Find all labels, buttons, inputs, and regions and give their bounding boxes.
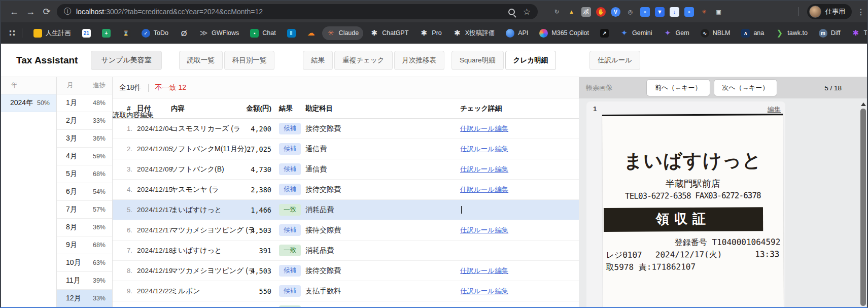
- download-doc-icon[interactable]: ↓: [670, 7, 679, 17]
- bookmark-api[interactable]: API: [501, 26, 533, 40]
- bookmark-calendar-21[interactable]: 21: [78, 26, 95, 40]
- month-label: 11月: [57, 276, 81, 285]
- scan-content-edit-link[interactable]: 読取内容編集: [113, 111, 579, 307]
- puzzle-extension-icon[interactable]: ▫: [640, 7, 650, 17]
- bookmark-hourglass[interactable]: ⌛: [117, 26, 135, 40]
- month-row-2[interactable]: 2月33%: [57, 112, 112, 130]
- bookmark-label: Tactiq: [863, 29, 867, 37]
- bookmark-todo-icon: ✓: [142, 29, 150, 38]
- bookmark-tawkto[interactable]: ❯tawk.to: [771, 26, 812, 40]
- month-row-5[interactable]: 5月68%: [57, 165, 112, 183]
- month-row-6[interactable]: 6月54%: [57, 183, 112, 201]
- bookmark-sheets[interactable]: +: [97, 26, 115, 40]
- year-label: 2024年: [1, 98, 33, 108]
- bookmark-chat[interactable]: ▪Chat: [246, 26, 280, 40]
- content-area: 年 2024年 50% 月 進捗 1月48%2月33%3月36%4月59%5月6…: [1, 77, 867, 307]
- bookmarks-list: 人生計画21+⌛✓ToDoØ≫GWFlows▪Chat‖☁✳Claude✱Cha…: [29, 26, 867, 40]
- panel-title: 帳票画像: [586, 83, 612, 92]
- month-progress: 68%: [93, 242, 112, 249]
- tab-duplicate-check[interactable]: 重複チェック: [334, 51, 392, 70]
- bookmark-compass[interactable]: Ø: [175, 26, 193, 40]
- address-bar[interactable]: ⓘ localhost :3002/?tab=creditcard&ccYear…: [57, 4, 538, 19]
- drive-icon[interactable]: ▲: [567, 7, 576, 17]
- bookmark-sheets-icon: +: [102, 29, 111, 38]
- next-image-button[interactable]: 次へ（→キー）: [714, 80, 777, 96]
- download-box-icon[interactable]: ▼: [655, 7, 665, 17]
- bookmark-pro[interactable]: ✱Pro: [415, 26, 446, 40]
- year-row-2024[interactable]: 2024年 50%: [1, 94, 56, 112]
- bookmark-trello[interactable]: ‖: [283, 26, 300, 40]
- bookmark-m365-copilot[interactable]: M365 Copilot: [535, 26, 594, 40]
- sync-disabled-icon[interactable]: ↻: [552, 7, 562, 17]
- tab-bar: 読取一覧科目別一覧結果重複チェック月次推移表Square明細クレカ明細仕訳ルール: [179, 51, 640, 70]
- tab-scan-list[interactable]: 読取一覧: [179, 51, 223, 70]
- menu-kebab-icon[interactable]: ⋮: [857, 7, 865, 17]
- tab-creditcard-statement[interactable]: クレカ明細: [505, 51, 556, 70]
- bookmark-label: Gem: [676, 29, 689, 37]
- bookmark-todo[interactable]: ✓ToDo: [137, 26, 173, 40]
- blocker-hand-icon[interactable]: ✋: [596, 7, 606, 17]
- bookmark-m365-copilot-icon: [539, 29, 548, 38]
- v-extension-icon[interactable]: V: [611, 7, 620, 17]
- tab-monthly-trend[interactable]: 月次推移表: [394, 51, 445, 70]
- bookmark-gemini[interactable]: ✦Gemini: [615, 26, 657, 40]
- apps-grid-icon[interactable]: ∷: [9, 28, 15, 39]
- month-row-8[interactable]: 8月36%: [57, 219, 112, 236]
- bookmark-cloud[interactable]: ☁: [302, 26, 320, 40]
- month-row-12[interactable]: 12月33%: [57, 290, 112, 307]
- site-info-icon[interactable]: ⓘ: [64, 7, 71, 16]
- bookmark-gwflows[interactable]: ≫GWFlows: [195, 26, 244, 40]
- bookmark-tactiq[interactable]: ✱Tactiq: [847, 26, 867, 40]
- forward-icon[interactable]: →: [22, 7, 39, 17]
- bookmark-ana[interactable]: ʌana: [737, 26, 769, 40]
- month-row-3[interactable]: 3月36%: [57, 130, 112, 148]
- month-row-1[interactable]: 1月48%: [57, 94, 112, 112]
- zoom-icon[interactable]: [508, 9, 515, 15]
- bookmark-diff[interactable]: mDiff: [814, 26, 845, 40]
- bookmark-chatgpt[interactable]: ✱ChatGPT: [365, 26, 413, 40]
- profile-chip[interactable]: 仕事用: [807, 4, 852, 19]
- starburst-extension-icon[interactable]: ✳: [699, 7, 709, 17]
- bookmark-gem[interactable]: ✦Gem: [659, 26, 694, 40]
- tab-square-statement[interactable]: Square明細: [452, 51, 504, 70]
- bookmark-label: X投稿評価: [465, 29, 495, 38]
- po-extension-icon[interactable]: ポ: [581, 7, 591, 17]
- url-path: :3002/?tab=creditcard&ccYear=2024&ccMont…: [104, 8, 263, 16]
- month-row-4[interactable]: 4月59%: [57, 148, 112, 165]
- bookmark-jinsei-keikaku[interactable]: 人生計画: [29, 26, 76, 40]
- tab-category-list[interactable]: 科目別一覧: [224, 51, 275, 70]
- tab-results[interactable]: 結果: [303, 51, 333, 70]
- browser-window: ← → ⟳ ⓘ localhost :3002/?tab=creditcard&…: [0, 0, 868, 308]
- month-progress: 59%: [93, 153, 112, 160]
- reload-icon[interactable]: ⟳: [39, 6, 55, 17]
- prev-image-button[interactable]: 前へ（←キー）: [647, 80, 710, 96]
- month-row-9[interactable]: 9月68%: [57, 236, 112, 254]
- scrollbar-up-arrow-icon[interactable]: [861, 100, 866, 106]
- month-row-10[interactable]: 10月63%: [57, 254, 112, 272]
- bookmark-external-box[interactable]: ↗: [596, 26, 613, 40]
- month-label: 6月: [57, 187, 77, 196]
- tab-journal-rules[interactable]: 仕訳ルール: [589, 51, 640, 70]
- scrollbar-thumb[interactable]: [860, 109, 866, 306]
- year-progress: 50%: [37, 99, 56, 107]
- panel-scrollbar[interactable]: [860, 100, 866, 306]
- bookmark-claude-icon: ✳: [327, 29, 335, 38]
- puzzle2-extension-icon[interactable]: ▫: [684, 7, 694, 17]
- month-row-11[interactable]: 11月39%: [57, 272, 112, 290]
- client-select-button[interactable]: サンプル美容室: [91, 51, 161, 70]
- extensions-icon[interactable]: ▣: [714, 7, 723, 17]
- edit-link[interactable]: 編集: [768, 105, 781, 114]
- bookmark-star-icon[interactable]: ☆: [523, 7, 531, 17]
- receipt-tel-fax: TEL03-6272-6358 FAX03-6272-6378: [603, 190, 783, 201]
- bookmark-nblm[interactable]: ∿NBLM: [696, 26, 735, 40]
- atom-extension-icon[interactable]: ◎: [626, 7, 635, 17]
- month-progress: 36%: [93, 224, 112, 231]
- back-icon[interactable]: ←: [6, 7, 22, 17]
- bookmark-jinsei-keikaku-icon: [33, 29, 42, 38]
- month-label: 1月: [57, 98, 77, 108]
- month-row-7[interactable]: 7月57%: [57, 201, 112, 219]
- bookmark-label: NBLM: [713, 29, 731, 37]
- bookmark-claude[interactable]: ✳Claude: [322, 26, 364, 40]
- table-row[interactable]: 7.2024/12/18まいばすけっと391一致消耗品費読取内容編集: [113, 241, 579, 261]
- bookmark-x-post-eval[interactable]: ✱X投稿評価: [448, 26, 499, 40]
